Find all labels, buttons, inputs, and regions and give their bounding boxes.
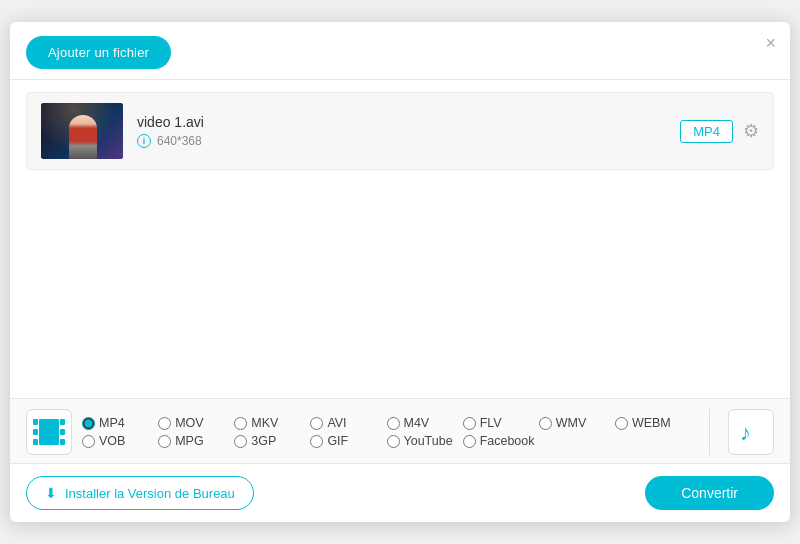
install-desktop-button[interactable]: ⬇ Installer la Version de Bureau <box>26 476 254 510</box>
format-panel: MP4 MOV MKV AVI M4V FLV <box>10 398 790 463</box>
file-info: video 1.avi i 640*368 <box>137 114 666 148</box>
format-option-m4v[interactable]: M4V <box>387 416 463 430</box>
format-option-webm[interactable]: WEBM <box>615 416 691 430</box>
format-options: MP4 MOV MKV AVI M4V FLV <box>82 416 691 448</box>
svg-rect-3 <box>60 419 65 425</box>
format-option-mkv[interactable]: MKV <box>234 416 310 430</box>
svg-rect-0 <box>33 419 38 425</box>
install-label: Installer la Version de Bureau <box>65 486 235 501</box>
format-option-gif[interactable]: GIF <box>310 434 386 448</box>
file-actions: MP4 ⚙ <box>680 120 759 143</box>
format-option-youtube[interactable]: YouTube <box>387 434 463 448</box>
info-icon: i <box>137 134 151 148</box>
format-option-vob[interactable]: VOB <box>82 434 158 448</box>
svg-rect-2 <box>33 439 38 445</box>
main-dialog: Ajouter un fichier × video 1.avi i 640*3… <box>10 22 790 522</box>
svg-text:♪: ♪ <box>740 420 751 445</box>
music-note-icon: ♪ <box>737 418 765 446</box>
format-option-mpg[interactable]: MPG <box>158 434 234 448</box>
panel-divider <box>709 409 710 455</box>
video-format-icon-box[interactable] <box>26 409 72 455</box>
format-option-wmv[interactable]: WMV <box>539 416 615 430</box>
file-meta: i 640*368 <box>137 134 666 148</box>
file-list: video 1.avi i 640*368 MP4 ⚙ <box>10 80 790 398</box>
format-option-avi[interactable]: AVI <box>310 416 386 430</box>
file-name: video 1.avi <box>137 114 666 130</box>
format-option-flv[interactable]: FLV <box>463 416 539 430</box>
film-icon <box>33 419 65 445</box>
svg-rect-1 <box>33 429 38 435</box>
file-item: video 1.avi i 640*368 MP4 ⚙ <box>26 92 774 170</box>
file-resolution: 640*368 <box>157 134 202 148</box>
close-button[interactable]: × <box>765 34 776 52</box>
settings-button[interactable]: ⚙ <box>743 120 759 142</box>
format-badge[interactable]: MP4 <box>680 120 733 143</box>
svg-rect-4 <box>60 429 65 435</box>
add-file-button[interactable]: Ajouter un fichier <box>26 36 171 69</box>
file-thumbnail <box>41 103 123 159</box>
audio-format-icon-box[interactable]: ♪ <box>728 409 774 455</box>
format-option-mp4[interactable]: MP4 <box>82 416 158 430</box>
svg-rect-6 <box>39 419 59 445</box>
convert-button[interactable]: Convertir <box>645 476 774 510</box>
footer: ⬇ Installer la Version de Bureau Convert… <box>10 463 790 522</box>
format-option-3gp[interactable]: 3GP <box>234 434 310 448</box>
svg-rect-5 <box>60 439 65 445</box>
format-option-facebook[interactable]: Facebook <box>463 434 539 448</box>
dialog-header: Ajouter un fichier × <box>10 22 790 80</box>
format-option-mov[interactable]: MOV <box>158 416 234 430</box>
download-icon: ⬇ <box>45 485 57 501</box>
